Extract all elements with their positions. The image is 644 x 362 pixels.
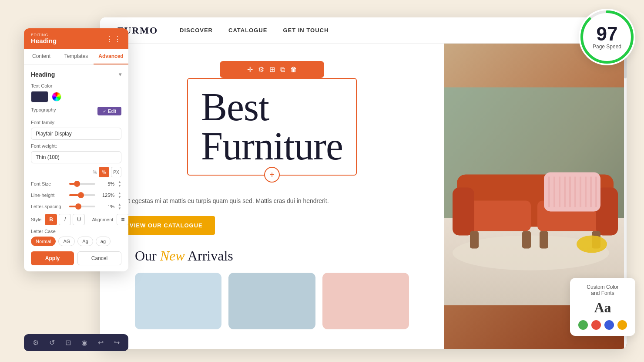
line-height-track[interactable] xyxy=(69,194,95,196)
case-uppercase-btn[interactable]: AG xyxy=(58,237,75,246)
navbar: FURMO DISCOVER CATALOGUE GET IN TOUCH xyxy=(100,17,627,44)
crop-icon[interactable]: ⊞ xyxy=(269,65,275,74)
svg-rect-17 xyxy=(548,177,550,207)
case-normal-btn[interactable]: Normal xyxy=(31,237,56,246)
letter-spacing-row: Letter-spacing 1% ▲▼ xyxy=(31,203,121,210)
percent-symbol: % xyxy=(93,169,97,175)
color-swatches-row xyxy=(577,320,628,330)
cancel-btn[interactable]: Cancel xyxy=(77,251,121,265)
duplicate-icon[interactable]: ⧉ xyxy=(280,66,285,74)
italic-btn[interactable]: I xyxy=(59,214,71,225)
swatch-yellow[interactable] xyxy=(617,320,627,330)
svg-rect-13 xyxy=(522,231,531,249)
alignment-label: Alignment xyxy=(88,217,113,222)
letter-case-label: Letter Case xyxy=(31,229,121,234)
font-size-track[interactable] xyxy=(69,183,95,185)
letter-case-section: Letter Case Normal AG Ag ag xyxy=(31,229,121,246)
text-color-swatch[interactable] xyxy=(31,91,48,102)
nav-catalogue[interactable]: CATALOGUE xyxy=(228,27,267,34)
hero-description: Eget egestas mi at mattis eu turpis quam… xyxy=(117,196,426,206)
editing-label: EDITING xyxy=(31,33,57,37)
browser-window: FURMO DISCOVER CATALOGUE GET IN TOUCH xyxy=(100,17,627,349)
font-family-label: Font family: xyxy=(31,120,121,125)
element-toolbar: ✛ ⚙ ⊞ ⧉ 🗑 xyxy=(220,61,324,78)
svg-rect-22 xyxy=(574,177,576,207)
font-size-row: Font Size 5% ▲▼ xyxy=(31,180,121,188)
font-size-stepper[interactable]: ▲▼ xyxy=(118,180,121,188)
custom-color-title: Custom Colorand Fonts xyxy=(577,284,628,296)
font-family-select[interactable]: Playfair Display xyxy=(31,128,121,140)
custom-color-badge: Custom Colorand Fonts Aa xyxy=(570,278,635,336)
font-weight-select[interactable]: Thin (100) xyxy=(31,151,121,163)
svg-rect-24 xyxy=(585,177,587,207)
letter-spacing-stepper[interactable]: ▲▼ xyxy=(118,203,121,210)
add-element-btn[interactable]: + xyxy=(264,167,280,183)
letter-case-btns: Normal AG Ag ag xyxy=(31,237,121,246)
svg-rect-23 xyxy=(580,177,581,207)
redo-icon[interactable]: ↪ xyxy=(114,338,120,347)
monitor-icon[interactable]: ⊡ xyxy=(65,338,71,347)
text-color-row xyxy=(31,91,121,102)
font-weight-label: Font weight: xyxy=(31,143,121,149)
new-arrivals-title: Our New Arrivals xyxy=(135,248,409,264)
align-left-btn[interactable]: ≡ xyxy=(117,214,128,225)
settings-bottom-icon[interactable]: ⚙ xyxy=(33,338,39,347)
svg-rect-10 xyxy=(453,188,474,236)
product-card-1[interactable] xyxy=(135,273,221,329)
style-label: Style xyxy=(31,217,41,222)
sidebar-dots-icon[interactable]: ⋮⋮ xyxy=(106,34,121,44)
svg-rect-25 xyxy=(590,177,592,207)
custom-color-aa: Aa xyxy=(577,300,628,316)
sidebar-panel: EDITING Heading ⋮⋮ Content Templates Adv… xyxy=(24,28,128,271)
tab-content[interactable]: Content xyxy=(24,49,59,64)
line-height-stepper[interactable]: ▲▼ xyxy=(118,191,121,199)
bottom-toolbar: ⚙ ↺ ⊡ ◉ ↩ ↪ xyxy=(24,334,128,351)
typography-row: Typography Edit xyxy=(31,107,121,115)
line-height-value: 125% xyxy=(99,193,114,198)
undo-icon[interactable]: ↩ xyxy=(98,338,104,347)
swatch-blue[interactable] xyxy=(604,320,614,330)
page-speed-label: Page Speed xyxy=(593,44,621,50)
eye-icon[interactable]: ◉ xyxy=(81,338,87,347)
hero-content: ✛ ⚙ ⊞ ⧉ 🗑 Best Furniture + Eget egestas … xyxy=(100,44,444,349)
swatch-green[interactable] xyxy=(578,320,588,330)
svg-rect-26 xyxy=(595,177,597,207)
typography-label: Typography xyxy=(31,107,56,112)
nav-get-in-touch[interactable]: GET IN TOUCH xyxy=(283,27,329,34)
typography-edit-btn[interactable]: Edit xyxy=(97,107,121,115)
case-capitalize-btn[interactable]: Ag xyxy=(77,237,93,246)
nav-discover[interactable]: DISCOVER xyxy=(180,27,213,34)
history-icon[interactable]: ↺ xyxy=(49,338,55,347)
px-btn[interactable]: PX xyxy=(111,167,121,177)
line-height-label: Line-height xyxy=(31,193,66,198)
tab-advanced[interactable]: Advanced xyxy=(94,49,128,64)
view-catalogue-btn[interactable]: VIEW OUR CATALOGUE xyxy=(117,216,215,235)
apply-btn[interactable]: Apply xyxy=(31,251,74,265)
underline-btn[interactable]: U xyxy=(73,214,85,225)
section-arrow[interactable]: ▾ xyxy=(119,71,121,78)
swatch-red[interactable] xyxy=(591,320,601,330)
product-grid xyxy=(135,273,409,329)
svg-rect-18 xyxy=(553,177,555,207)
svg-rect-12 xyxy=(470,231,479,249)
move-icon[interactable]: ✛ xyxy=(247,65,253,74)
bold-btn[interactable]: B xyxy=(45,214,57,225)
style-alignment-row: Style B I U Alignment ≡ ☰ ≡ xyxy=(31,214,121,225)
settings-icon[interactable]: ⚙ xyxy=(258,65,264,74)
percent-btn[interactable]: % xyxy=(99,167,109,177)
svg-rect-20 xyxy=(564,177,566,207)
heading-element: Best Furniture + xyxy=(187,78,357,176)
page-speed-badge: 97 Page Speed xyxy=(579,9,635,65)
letter-spacing-value: 1% xyxy=(99,204,114,209)
product-card-2[interactable] xyxy=(228,273,315,329)
product-card-3[interactable] xyxy=(322,273,409,329)
text-color-label: Text Color xyxy=(31,83,121,88)
color-picker-btn[interactable] xyxy=(52,92,61,101)
heading-section-wrapper: ✛ ⚙ ⊞ ⧉ 🗑 Best Furniture + xyxy=(117,61,426,184)
case-lowercase-btn[interactable]: ag xyxy=(96,237,111,246)
letter-spacing-track[interactable] xyxy=(69,206,95,207)
delete-icon[interactable]: 🗑 xyxy=(290,66,297,74)
tab-templates[interactable]: Templates xyxy=(59,49,94,64)
size-unit-btns: % % PX xyxy=(31,167,121,177)
font-size-value: 5% xyxy=(99,181,114,186)
